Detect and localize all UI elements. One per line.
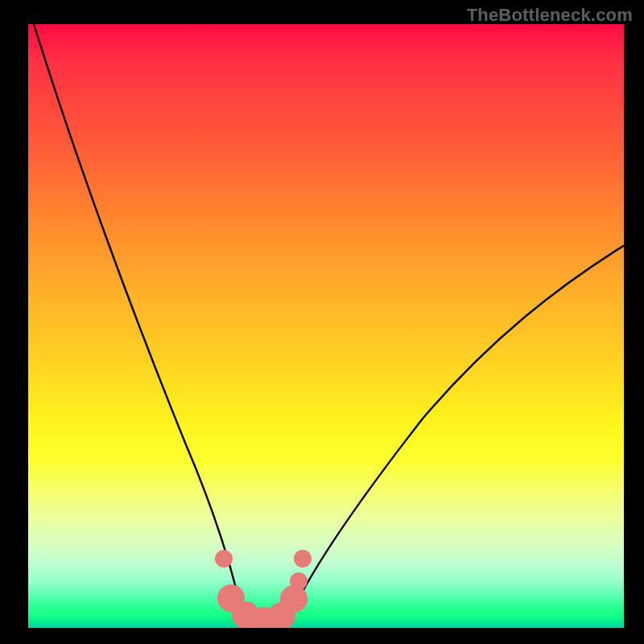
watermark-text: TheBottleneck.com bbox=[467, 5, 633, 26]
marker-group bbox=[215, 550, 312, 628]
curve-right bbox=[295, 246, 624, 605]
bottleneck-curve bbox=[28, 24, 624, 628]
chart-frame: TheBottleneck.com bbox=[0, 0, 644, 644]
marker-dot bbox=[290, 572, 308, 590]
marker-dot bbox=[215, 550, 233, 568]
curve-left bbox=[34, 24, 239, 605]
plot-area bbox=[28, 24, 624, 628]
marker-dot bbox=[280, 585, 308, 613]
marker-dot bbox=[294, 550, 312, 568]
